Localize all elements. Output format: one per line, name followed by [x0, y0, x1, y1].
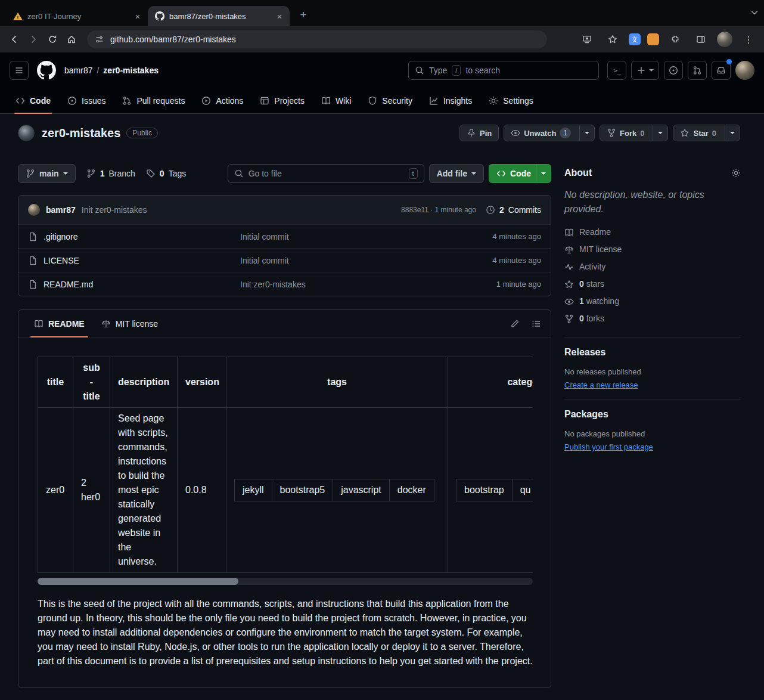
chevron-down-icon [649, 69, 654, 74]
commit-sha-and-time[interactable]: 8883e11 · 1 minute ago [401, 206, 476, 214]
tab-mit-license[interactable]: MIT license [93, 310, 166, 337]
unwatch-button[interactable]: Unwatch 1 [504, 125, 595, 141]
global-search-input[interactable]: Type / to search [408, 61, 599, 80]
scrollbar-thumb[interactable] [38, 578, 238, 585]
close-icon[interactable]: × [274, 11, 285, 21]
add-file-button[interactable]: Add file [429, 164, 484, 183]
pull-requests-header-button[interactable] [688, 61, 707, 80]
file-commit-time: 4 minutes ago [446, 256, 541, 265]
file-name-link[interactable]: .gitignore [44, 232, 78, 241]
outline-list-button[interactable] [527, 314, 546, 333]
branches-link[interactable]: 1 Branch [86, 169, 135, 178]
gear-icon[interactable] [731, 168, 741, 178]
commit-author-avatar[interactable] [28, 204, 40, 216]
readme-box: README MIT license [18, 309, 551, 688]
table-row[interactable]: LICENSE Initial commit 4 minutes ago [18, 248, 551, 272]
go-to-file-input[interactable]: Go to file t [228, 164, 424, 183]
file-commit-message-link[interactable]: Initial commit [240, 256, 446, 265]
fork-dropdown-caret[interactable] [653, 125, 667, 141]
sidebar-item-watching[interactable]: 1 watching [564, 293, 741, 310]
history-icon [486, 205, 495, 215]
tab-security[interactable]: Security [362, 88, 418, 113]
tab-pull-requests[interactable]: Pull requests [116, 88, 191, 113]
chevron-down-icon [63, 172, 68, 177]
table-row[interactable]: .gitignore Initial commit 4 minutes ago [18, 224, 551, 248]
reload-button[interactable] [43, 30, 62, 49]
code-dropdown-caret[interactable] [536, 165, 551, 182]
tab-overflow-chevron-icon[interactable] [750, 8, 759, 17]
breadcrumb-owner-link[interactable]: bamr87 [64, 66, 92, 75]
code-dropdown-button[interactable]: Code [489, 164, 551, 183]
tab-issues[interactable]: Issues [61, 88, 111, 113]
table-header: description [110, 357, 178, 408]
sidebar-item-license[interactable]: MIT license [564, 241, 741, 258]
tab-actions[interactable]: Actions [195, 88, 249, 113]
create-release-link[interactable]: Create a new release [564, 380, 638, 389]
tab-projects[interactable]: Projects [254, 88, 310, 113]
file-commit-time: 4 minutes ago [446, 232, 541, 241]
unwatch-dropdown-caret[interactable] [579, 125, 594, 141]
translate-extension-icon[interactable]: 文 [629, 33, 641, 45]
edit-readme-pencil-button[interactable] [505, 314, 524, 333]
table-row[interactable]: README.md Init zer0-mistakes 1 minute ag… [18, 272, 551, 296]
back-button[interactable] [5, 30, 24, 49]
sidebar-item-readme[interactable]: Readme [564, 224, 741, 241]
sidebar: About No description, website, or topics… [564, 164, 741, 451]
markdown-table: title sub - title description version ta… [38, 357, 533, 573]
tab-readme[interactable]: README [26, 310, 93, 337]
file-commit-message-link[interactable]: Initial commit [240, 232, 446, 241]
eye-icon [564, 297, 574, 306]
tab-code[interactable]: Code [10, 88, 57, 113]
sidebar-item-stars[interactable]: 0 stars [564, 275, 741, 293]
browser-tab-active[interactable]: bamr87/zer0-mistakes × [148, 6, 290, 26]
browser-tab-inactive[interactable]: ! zer0 IT-Journey × [6, 6, 148, 26]
forward-button[interactable] [24, 30, 43, 49]
browser-menu-kebab-icon[interactable]: ⋮ [739, 30, 758, 49]
bookmark-star-icon[interactable] [603, 30, 622, 49]
address-bar[interactable]: github.com/bamr87/zer0-mistakes [87, 30, 547, 48]
orange-extension-icon[interactable] [647, 33, 659, 45]
file-icon [28, 232, 38, 241]
browser-profile-avatar[interactable] [717, 32, 732, 47]
tab-settings[interactable]: Settings [483, 88, 539, 113]
tab-insights[interactable]: Insights [423, 88, 478, 113]
header-actions: >_ [607, 61, 754, 80]
close-icon[interactable]: × [132, 11, 143, 21]
sidebar-item-forks[interactable]: 0 forks [564, 310, 741, 327]
breadcrumb-repo-link[interactable]: zer0-mistakes [103, 66, 159, 75]
horizontal-scrollbar[interactable] [38, 578, 533, 585]
star-dropdown-caret[interactable] [725, 125, 740, 141]
tags-link[interactable]: 0 Tags [146, 169, 186, 178]
file-name-link[interactable]: LICENSE [44, 256, 79, 265]
pin-button[interactable]: Pin [459, 125, 499, 141]
commit-author-link[interactable]: bamr87 [46, 205, 76, 215]
install-app-icon[interactable] [577, 30, 597, 49]
tab-wiki[interactable]: Wiki [315, 88, 357, 113]
hamburger-menu-button[interactable] [10, 61, 29, 80]
home-button[interactable] [62, 30, 81, 49]
extensions-puzzle-icon[interactable] [666, 30, 685, 49]
new-tab-button[interactable]: + [294, 6, 312, 24]
search-icon [234, 169, 244, 178]
github-logo-icon[interactable] [37, 61, 56, 80]
releases-empty-text: No releases published [564, 367, 741, 376]
create-new-button[interactable] [631, 61, 659, 80]
publish-package-link[interactable]: Publish your first package [564, 442, 653, 451]
fork-button[interactable]: Fork 0 [600, 125, 668, 141]
file-name-link[interactable]: README.md [44, 280, 93, 289]
notifications-inbox-button[interactable] [712, 61, 731, 80]
repo-owner-avatar[interactable] [18, 125, 35, 141]
file-commit-message-link[interactable]: Init zer0-mistakes [240, 280, 446, 289]
side-panel-icon[interactable] [691, 30, 710, 49]
branch-selector[interactable]: main [18, 164, 76, 183]
issues-header-button[interactable] [664, 61, 683, 80]
commit-history-link[interactable]: 2 Commits [486, 205, 541, 215]
commit-message-link[interactable]: Init zer0-mistakes [82, 205, 147, 215]
sidebar-item-activity[interactable]: Activity [564, 258, 741, 275]
user-avatar[interactable] [735, 61, 754, 80]
site-settings-icon[interactable] [95, 35, 104, 44]
star-button[interactable]: Star 0 [673, 125, 740, 141]
file-browser-box: bamr87 Init zer0-mistakes 8883e11 · 1 mi… [18, 195, 551, 296]
command-palette-button[interactable]: >_ [607, 61, 626, 80]
page-title[interactable]: zer0-mistakes [42, 126, 120, 140]
